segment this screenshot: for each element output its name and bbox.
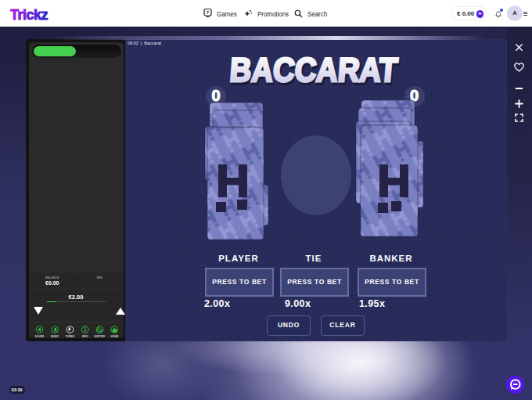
- svg-text:Trickz: Trickz: [10, 7, 49, 23]
- svg-text:SOUND: SOUND: [34, 335, 44, 338]
- svg-text:HOME: HOME: [110, 335, 118, 338]
- svg-text:BACCARAT: BACCARAT: [228, 51, 399, 89]
- svg-text:MUSIC: MUSIC: [51, 335, 59, 338]
- svg-text:HISTORY: HISTORY: [94, 335, 106, 338]
- svg-text:INFO: INFO: [81, 335, 88, 338]
- svg-text:7: 7: [207, 10, 210, 15]
- svg-text:TURBO: TURBO: [65, 335, 74, 338]
